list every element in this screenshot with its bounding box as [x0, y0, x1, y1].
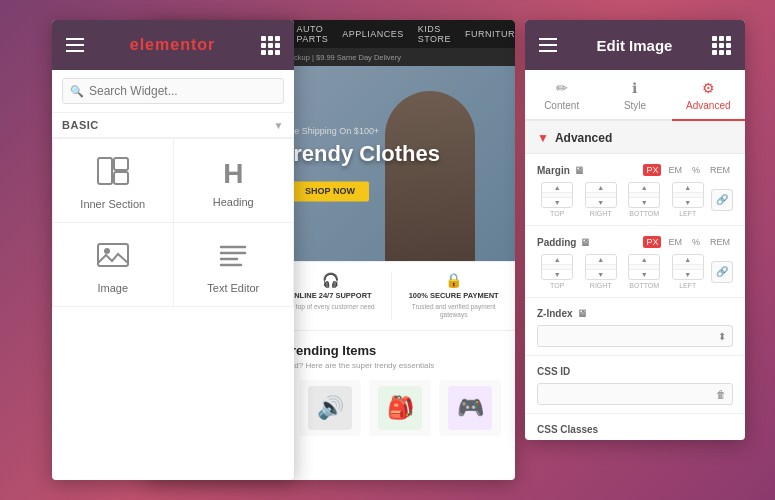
padding-monitor-icon: 🖥: [580, 237, 590, 248]
svg-rect-0: [98, 158, 112, 184]
search-icon: 🔍: [70, 85, 84, 98]
margin-right-stepper[interactable]: ▲ ▼: [585, 182, 617, 208]
nav-furniture[interactable]: Furniture: [465, 29, 515, 39]
edit-panel-hamburger[interactable]: [539, 38, 557, 52]
padding-right-stepper[interactable]: ▲ ▼: [585, 254, 617, 280]
svg-rect-3: [98, 244, 128, 266]
padding-unit-px[interactable]: PX: [643, 236, 661, 248]
panel-search: 🔍: [52, 70, 294, 113]
edit-panel-header: Edit Image: [525, 20, 745, 70]
padding-top-down[interactable]: ▼: [542, 270, 572, 279]
zindex-spinner[interactable]: ⬍: [712, 331, 732, 342]
padding-label: Padding 🖥: [537, 237, 590, 248]
cssid-control: CSS ID 🗑: [525, 356, 745, 414]
advanced-tab-label: Advanced: [686, 100, 730, 111]
grid-icon[interactable]: [261, 36, 280, 55]
padding-top-up[interactable]: ▲: [542, 255, 572, 264]
elementor-panel-header: elementor: [52, 20, 294, 70]
margin-bottom-label: BOTTOM: [629, 210, 659, 217]
widget-inner-section[interactable]: Inner Section: [53, 139, 173, 222]
cssclasses-label: CSS Classes: [537, 424, 598, 435]
margin-link-button[interactable]: 🔗: [711, 189, 733, 211]
hamburger-icon[interactable]: [66, 38, 84, 52]
margin-top-stepper[interactable]: ▲ ▼: [541, 182, 573, 208]
margin-bottom-up[interactable]: ▲: [629, 183, 659, 192]
margin-top-down[interactable]: ▼: [542, 198, 572, 207]
feature-payment-desc: Trusted and verified payment gateways: [397, 303, 510, 320]
zindex-control: Z-Index 🖥 ⬍: [525, 298, 745, 356]
margin-right-label: RIGHT: [590, 210, 612, 217]
section-arrow-icon: ▼: [274, 120, 284, 131]
zindex-input-wrap: ⬍: [537, 325, 733, 347]
nav-kids[interactable]: Kids Store: [418, 24, 451, 44]
padding-left-down[interactable]: ▼: [673, 270, 703, 279]
margin-top-label: TOP: [550, 210, 564, 217]
padding-top-wrap: ▲ ▼ TOP: [537, 254, 578, 289]
tab-style[interactable]: ℹ Style: [598, 70, 671, 121]
padding-left-stepper[interactable]: ▲ ▼: [672, 254, 704, 280]
widget-heading[interactable]: H Heading: [174, 139, 294, 222]
product-backpack[interactable]: 🎒: [369, 380, 431, 436]
margin-right-up[interactable]: ▲: [586, 183, 616, 192]
text-editor-icon: [217, 241, 249, 274]
hero-cta-button[interactable]: SHOP NOW: [291, 181, 369, 201]
margin-left-up[interactable]: ▲: [673, 183, 703, 192]
padding-control: Padding 🖥 PX EM % REM ▲ ▼ TOP: [525, 226, 745, 298]
tab-content[interactable]: ✏ Content: [525, 70, 598, 121]
margin-unit-percent[interactable]: %: [689, 164, 703, 176]
product-img-gamepad: 🎮: [448, 386, 492, 430]
margin-left-down[interactable]: ▼: [673, 198, 703, 207]
nav-appliances[interactable]: Appliances: [342, 29, 404, 39]
product-gamepad[interactable]: 🎮: [439, 380, 501, 436]
padding-right-label: RIGHT: [590, 282, 612, 289]
padding-inputs: ▲ ▼ TOP ▲ ▼ RIGHT ▲: [537, 254, 733, 289]
section-collapse-arrow[interactable]: ▼: [537, 131, 549, 145]
search-input[interactable]: [62, 78, 284, 104]
cssid-clear[interactable]: 🗑: [710, 389, 732, 400]
padding-left-up[interactable]: ▲: [673, 255, 703, 264]
heading-icon: H: [223, 160, 243, 188]
elementor-panel: elementor 🔍 BASIC ▼ Inner Section: [52, 20, 294, 480]
margin-right-wrap: ▲ ▼ RIGHT: [581, 182, 622, 217]
padding-unit-em[interactable]: EM: [665, 236, 685, 248]
padding-bottom-down[interactable]: ▼: [629, 270, 659, 279]
widget-text-editor[interactable]: Text Editor: [174, 223, 294, 306]
margin-unit-em[interactable]: EM: [665, 164, 685, 176]
padding-top-stepper[interactable]: ▲ ▼: [541, 254, 573, 280]
edit-panel-grid-icon[interactable]: [712, 36, 731, 55]
margin-left-stepper[interactable]: ▲ ▼: [672, 182, 704, 208]
tab-advanced[interactable]: ⚙ Advanced: [672, 70, 745, 121]
margin-top-up[interactable]: ▲: [542, 183, 572, 192]
padding-bottom-stepper[interactable]: ▲ ▼: [628, 254, 660, 280]
text-editor-label: Text Editor: [207, 282, 259, 294]
padding-bottom-up[interactable]: ▲: [629, 255, 659, 264]
padding-link-button[interactable]: 🔗: [711, 261, 733, 283]
zindex-input[interactable]: [538, 326, 712, 346]
product-speaker[interactable]: 🔊: [299, 380, 361, 436]
padding-unit-rem[interactable]: REM: [707, 236, 733, 248]
padding-units: PX EM % REM: [643, 236, 733, 248]
margin-bottom-stepper[interactable]: ▲ ▼: [628, 182, 660, 208]
widget-image[interactable]: Image: [53, 223, 173, 306]
margin-right-down[interactable]: ▼: [586, 198, 616, 207]
cssid-input-wrap: 🗑: [537, 383, 733, 405]
cssid-input[interactable]: [538, 384, 710, 404]
style-tab-label: Style: [624, 100, 646, 111]
nav-auto-parts[interactable]: Auto Parts: [297, 24, 329, 44]
edit-tabs: ✏ Content ℹ Style ⚙ Advanced: [525, 70, 745, 121]
widgets-grid: Inner Section H Heading Image: [52, 138, 294, 307]
margin-bottom-down[interactable]: ▼: [629, 198, 659, 207]
padding-right-down[interactable]: ▼: [586, 270, 616, 279]
margin-unit-rem[interactable]: REM: [707, 164, 733, 176]
svg-point-4: [104, 248, 110, 254]
padding-unit-percent[interactable]: %: [689, 236, 703, 248]
style-tab-icon: ℹ: [632, 80, 637, 96]
margin-unit-px[interactable]: PX: [643, 164, 661, 176]
margin-inputs: ▲ ▼ TOP ▲ ▼ RIGHT ▲: [537, 182, 733, 217]
margin-control: Margin 🖥 PX EM % REM ▲ ▼ TOP: [525, 154, 745, 226]
padding-right-up[interactable]: ▲: [586, 255, 616, 264]
feature-support-title: Online 24/7 Support: [288, 291, 371, 300]
cssid-label: CSS ID: [537, 366, 570, 377]
inner-section-icon: [97, 157, 129, 190]
panel-section-label: BASIC ▼: [52, 113, 294, 138]
